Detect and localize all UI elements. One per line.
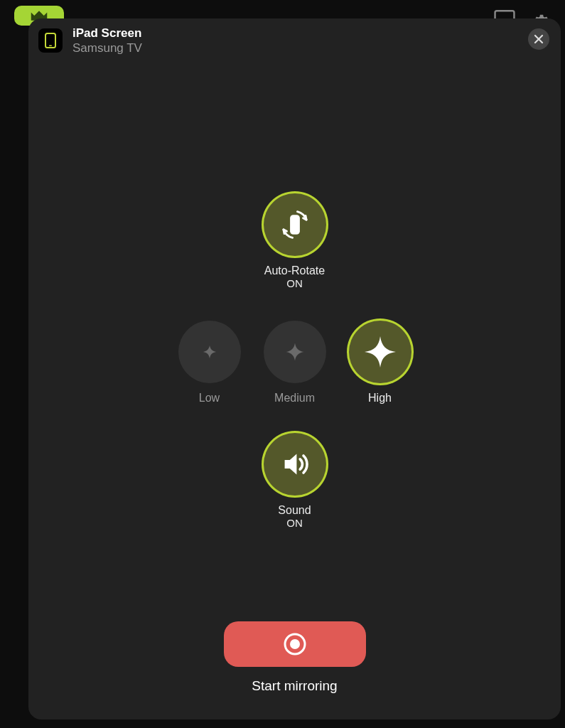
auto-rotate-state: ON — [264, 277, 325, 289]
mirroring-panel: iPad Screen Samsung TV Auto-Rotate ON — [28, 18, 561, 719]
close-button[interactable] — [528, 28, 549, 50]
sound-button[interactable] — [264, 433, 326, 496]
svg-rect-3 — [49, 46, 52, 46]
device-tile-icon — [38, 28, 63, 53]
quality-high-button[interactable] — [349, 321, 411, 383]
quality-medium-group: Medium — [264, 321, 326, 405]
quality-low-button[interactable] — [178, 321, 241, 383]
quality-medium-button[interactable] — [264, 321, 326, 383]
auto-rotate-label: Auto-Rotate — [264, 264, 325, 277]
panel-header: iPad Screen Samsung TV — [38, 26, 142, 56]
quality-medium-label: Medium — [274, 392, 315, 405]
tablet-icon — [44, 33, 57, 48]
title-block: iPad Screen Samsung TV — [72, 26, 142, 56]
rotate-icon — [279, 208, 311, 241]
speaker-icon — [278, 447, 312, 481]
start-mirroring-button[interactable] — [224, 621, 366, 667]
sparkle-icon — [284, 341, 306, 363]
svg-rect-4 — [290, 215, 300, 235]
auto-rotate-button[interactable] — [264, 193, 326, 256]
sparkle-icon — [202, 344, 217, 360]
auto-rotate-group: Auto-Rotate ON — [264, 193, 326, 289]
sound-group: Sound ON — [264, 433, 326, 529]
quality-low-group: Low — [178, 321, 241, 405]
bottom-action: Start mirroring — [28, 621, 561, 694]
sound-label: Sound — [278, 504, 311, 517]
quality-row: Low Medium High — [178, 321, 411, 405]
sound-state: ON — [278, 517, 311, 529]
panel-subtitle: Samsung TV — [72, 41, 142, 55]
start-mirroring-label: Start mirroring — [252, 678, 337, 694]
controls-area: Auto-Rotate ON Low Medium — [28, 193, 561, 529]
sparkle-icon — [363, 335, 397, 369]
quality-high-label: High — [368, 392, 392, 405]
record-icon — [281, 630, 309, 658]
panel-title: iPad Screen — [72, 26, 142, 41]
svg-point-6 — [290, 639, 300, 649]
quality-high-group: High — [349, 321, 411, 405]
quality-low-label: Low — [199, 392, 220, 405]
close-icon — [534, 34, 544, 44]
